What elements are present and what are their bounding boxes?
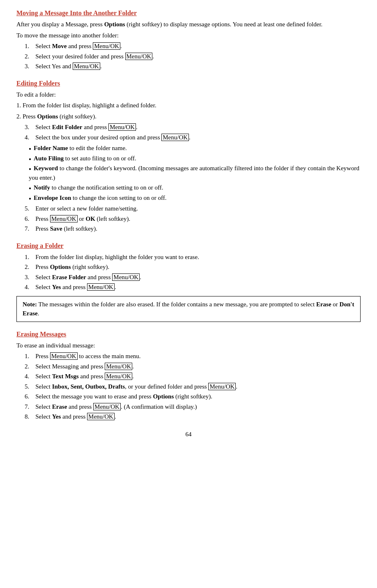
- ems8-end: .: [115, 413, 116, 420]
- efs1-num: 1.: [25, 254, 35, 260]
- ems2-pre: Select Messaging and press: [35, 363, 105, 370]
- bullet-auto-filing: Auto Filing to set auto filing to on or …: [25, 154, 361, 163]
- note-text: The messages within the folder are also …: [37, 301, 316, 308]
- ems1-rest: to access the main menu.: [78, 353, 141, 359]
- ems4-pre: Select: [35, 373, 52, 380]
- es6-pre: Press: [35, 215, 50, 222]
- efs4-menuok: Menu/OK: [87, 283, 115, 291]
- es6-rest: (left softkey).: [95, 215, 130, 222]
- step2-num: 2.: [25, 53, 35, 60]
- ems7-menuok: Menu/OK: [93, 403, 121, 410]
- ems2-num: 2.: [25, 363, 35, 370]
- editing-step-5: 5. Enter or select a new folder name/set…: [25, 204, 361, 213]
- efs3-num: 3.: [25, 274, 35, 280]
- note-or: or: [331, 301, 340, 308]
- efs3-mid: and press: [86, 274, 113, 280]
- page-number: 64: [16, 430, 361, 439]
- ems8-mid: and press: [61, 413, 87, 420]
- efs3-menuok: Menu/OK: [112, 273, 140, 281]
- step2-end: .: [152, 53, 154, 60]
- moving-steps-list: 1. Select Move and press Menu/OK. 2. Sel…: [25, 42, 361, 71]
- efs-step-2: 2. Press Options (right softkey).: [25, 262, 361, 272]
- es3-bold: Edit Folder: [52, 124, 83, 130]
- efs3-pre: Select: [35, 274, 52, 280]
- ems2-end: .: [132, 363, 134, 370]
- efs4-mid: and press: [61, 284, 87, 290]
- bullet-no-bold: Notify: [34, 184, 50, 191]
- ems6-options: Options: [153, 393, 174, 400]
- section-erasing-folder-title: Erasing a Folder: [16, 241, 361, 251]
- step1-num: 1.: [25, 43, 35, 49]
- editing-sub: To edit a folder:: [16, 90, 361, 100]
- ems-step-6: 6. Select the message you want to erase …: [25, 392, 361, 401]
- bullet-fn-rest: to edit the folder name.: [68, 145, 127, 151]
- step1-move: Move: [52, 43, 67, 49]
- es3-pre: Select: [35, 124, 52, 130]
- ems4-menuok: Menu/OK: [105, 373, 132, 380]
- efs4-pre: Select: [35, 284, 52, 290]
- moving-step-3: 3. Select Yes and Menu/OK.: [25, 62, 361, 71]
- efs2-pre: Press: [35, 264, 50, 270]
- ems5-num: 5.: [25, 383, 35, 390]
- editing-step-3: 3. Select Edit Folder and press Menu/OK.: [25, 123, 361, 132]
- bullet-af-bold: Auto Filing: [34, 155, 64, 162]
- es6-mid: or: [78, 215, 86, 222]
- ems8-pre: Select: [35, 413, 52, 420]
- ems5-mid: , or your defined folder and press: [125, 383, 208, 390]
- step3-end: .: [100, 63, 102, 69]
- erasing-messages-sub: To erase an individual message:: [16, 341, 361, 350]
- step3-pre: Select Yes and: [35, 63, 73, 69]
- step1-menuok: Menu/OK: [93, 42, 120, 50]
- efs3-bold: Erase Folder: [52, 274, 86, 280]
- editing-line2: 2. Press Options (right softkey).: [16, 112, 361, 121]
- ems4-textmsgs: Text Msgs: [52, 373, 79, 380]
- ems2-menuok: Menu/OK: [105, 363, 132, 370]
- es3-mid: and press: [82, 124, 108, 130]
- step1-pre: Select: [35, 43, 52, 49]
- step2-menuok: Menu/OK: [125, 53, 153, 60]
- ems6-pre: Select the message you want to erase and…: [35, 393, 153, 400]
- bullet-envelope-icon: Envelope Icon to change the icon setting…: [25, 193, 361, 203]
- ems5-pre: Select: [35, 383, 52, 390]
- step3-menuok: Menu/OK: [73, 63, 100, 70]
- ems7-num: 7.: [25, 403, 35, 410]
- bullet-kw-bold: Keyword: [34, 165, 58, 171]
- section-erasing-messages: Erasing Messages To erase an individual …: [16, 329, 361, 421]
- bullet-no-rest: to change the notification setting to on…: [50, 184, 163, 191]
- section-moving-title: Moving a Message Into the Another Folder: [16, 8, 361, 18]
- ems1-pre: Press: [35, 353, 50, 359]
- efs4-end: .: [115, 284, 116, 290]
- bullet-notify: Notify to change the notification settin…: [25, 183, 361, 192]
- ems-step-4: 4. Select Text Msgs and press Menu/OK.: [25, 372, 361, 381]
- ems8-yes: Yes: [52, 413, 61, 420]
- moving-step-2: 2. Select your desired folder and press …: [25, 52, 361, 61]
- ems1-num: 1.: [25, 353, 35, 359]
- section-editing-title: Editing Folders: [16, 79, 361, 88]
- ems7-mid: and press: [67, 403, 93, 410]
- step1-end: .: [120, 43, 122, 49]
- es6-ok: OK: [86, 215, 95, 222]
- es7-rest: (left softkey).: [62, 225, 97, 232]
- note-label: Note:: [23, 301, 37, 308]
- es6-num: 6.: [25, 215, 35, 222]
- efs-step-1: 1. From the folder list display, highlig…: [25, 252, 361, 262]
- es5-num: 5.: [25, 205, 35, 212]
- ems-step-8: 8. Select Yes and press Menu/OK.: [25, 412, 361, 421]
- editing-line1: 1. From the folder list display, highlig…: [16, 101, 361, 110]
- es3-num: 3.: [25, 124, 35, 130]
- section-moving-intro: After you display a Message, press Optio…: [16, 20, 361, 29]
- efs4-num: 4.: [25, 284, 35, 290]
- ems-step-5: 5. Select Inbox, Sent, Outbox, Drafts, o…: [25, 382, 361, 391]
- ems7-end: . (A confirmation will display.): [121, 403, 197, 410]
- erasing-folder-steps: 1. From the folder list display, highlig…: [25, 252, 361, 292]
- editing-line2-rest: (right softkey).: [58, 113, 97, 120]
- ems8-menuok: Menu/OK: [87, 413, 115, 420]
- editing-bullets: Folder Name to edit the folder name. Aut…: [25, 144, 361, 202]
- ems5-end: .: [236, 383, 237, 390]
- ems7-pre: Select: [35, 403, 52, 410]
- section-moving-message: Moving a Message Into the Another Folder…: [16, 8, 361, 71]
- moving-sub: To move the message into another folder:: [16, 31, 361, 40]
- note-box: Note: The messages within the folder are…: [16, 296, 361, 322]
- es6-menuok: Menu/OK: [50, 215, 78, 222]
- section-editing-folders: Editing Folders To edit a folder: 1. Fro…: [16, 79, 361, 234]
